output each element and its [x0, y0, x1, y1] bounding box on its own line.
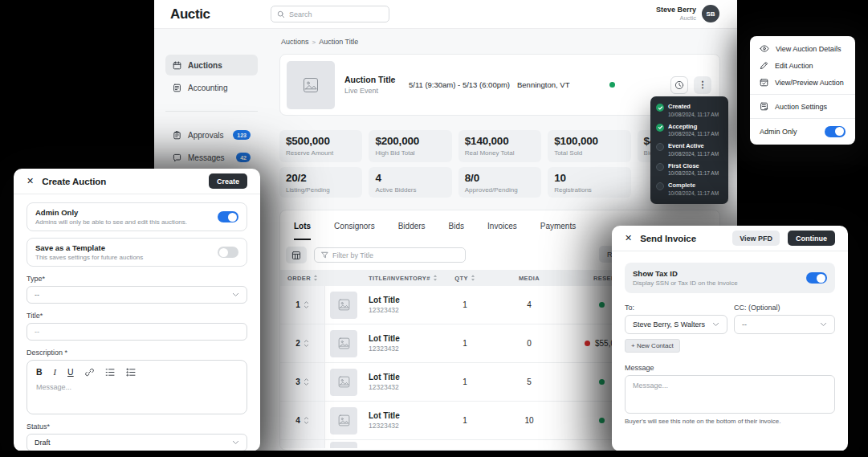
- title-field[interactable]: --: [26, 323, 247, 341]
- save-template-toggle[interactable]: [218, 247, 238, 258]
- sidebar-item-auctions[interactable]: Auctions: [165, 55, 258, 75]
- tab-bidders[interactable]: Bidders: [398, 222, 426, 240]
- image-icon: [338, 414, 350, 426]
- sidebar-item-accounting[interactable]: Accounting: [165, 77, 258, 98]
- chevron-down-icon: [712, 322, 719, 327]
- bold-icon[interactable]: B: [36, 367, 43, 377]
- title-label: Title*: [26, 312, 247, 320]
- underline-icon[interactable]: U: [67, 367, 74, 377]
- tab-lots[interactable]: Lots: [294, 222, 311, 240]
- col-order[interactable]: ORDER: [287, 275, 311, 282]
- tab-payments[interactable]: Payments: [540, 222, 576, 240]
- image-icon: [338, 299, 350, 311]
- ordered-list-icon[interactable]: [105, 368, 115, 377]
- avatar[interactable]: SB: [702, 5, 719, 22]
- menu-item-edit-auction[interactable]: Edit Auction: [750, 57, 855, 74]
- description-editor[interactable]: B I U Message...: [26, 360, 247, 414]
- approvals-badge: 123: [233, 130, 251, 140]
- app-logo: Auctic: [170, 6, 210, 22]
- pencil-icon: [760, 61, 768, 70]
- more-options-button[interactable]: ⋮: [694, 76, 711, 94]
- menu-item-auction-settings[interactable]: Auction Settings: [750, 98, 855, 115]
- type-select[interactable]: --: [26, 286, 247, 304]
- sort-icon[interactable]: [471, 275, 475, 281]
- bullet-list-icon[interactable]: [126, 368, 136, 377]
- col-title-inventory[interactable]: TITLE/INVENTORY#: [369, 275, 430, 282]
- message-field[interactable]: Message...: [625, 375, 835, 414]
- tab-consignors[interactable]: Consignors: [334, 222, 375, 240]
- lot-image-placeholder: [330, 330, 357, 357]
- message-label: Message: [625, 364, 835, 372]
- status-select[interactable]: Draft: [26, 434, 247, 451]
- col-media[interactable]: MEDIA: [519, 275, 540, 282]
- lot-title: Lot Title: [369, 373, 400, 382]
- view-pfd-button[interactable]: View PFD: [732, 231, 780, 246]
- italic-icon[interactable]: I: [54, 368, 57, 377]
- reserve-status-dot: [585, 341, 590, 346]
- menu-item-view-preview-auction[interactable]: View/Preview Auction: [750, 74, 855, 91]
- description-field[interactable]: Message...: [27, 381, 247, 414]
- admin-only-toggle[interactable]: [825, 126, 846, 137]
- show-tax-id-toggle[interactable]: [806, 272, 827, 284]
- image-icon: [303, 77, 319, 93]
- auction-dates: 5/11 (9:30am) - 5/13 (6:00pm): [409, 80, 510, 89]
- settings-doc-icon: [760, 102, 768, 111]
- menu-item-view-auction-details[interactable]: View Auction Details: [750, 40, 855, 57]
- to-select[interactable]: Steve Berry, S Walters: [625, 315, 727, 334]
- lot-inventory: 12323432: [369, 345, 400, 353]
- status-dot: [609, 82, 615, 88]
- tab-bids[interactable]: Bids: [449, 222, 464, 240]
- lot-qty: 1: [441, 300, 489, 309]
- lot-title: Lot Title: [369, 411, 400, 420]
- row-reorder-stepper[interactable]: [304, 377, 309, 386]
- row-reorder-stepper[interactable]: [304, 339, 309, 348]
- reserve-status-dot: [599, 418, 605, 423]
- cc-select[interactable]: --: [734, 315, 835, 334]
- chat-icon: [173, 153, 181, 162]
- user-name: Steve Berry: [656, 6, 696, 14]
- lot-qty: 1: [441, 416, 489, 425]
- row-reorder-stepper[interactable]: [304, 300, 309, 309]
- new-contact-button[interactable]: + New Contact: [625, 339, 680, 353]
- sidebar-item-messages[interactable]: Messages 42: [165, 147, 258, 168]
- row-reorder-stepper[interactable]: [304, 416, 309, 425]
- close-icon[interactable]: ✕: [26, 177, 34, 186]
- admin-only-option: Admin Only Admins will only be able to s…: [26, 202, 247, 231]
- timeline-item-event-active: Event Active10/08/2024, 11:17 AM: [656, 142, 723, 157]
- stat-approved-pending: 8/0Approved/Pending: [458, 167, 541, 198]
- sidebar-item-approvals[interactable]: Approvals 123: [165, 124, 258, 145]
- create-button[interactable]: Create: [209, 173, 247, 189]
- auction-image-placeholder: [287, 61, 335, 109]
- auction-context-menu: View Auction Details Edit Auction View/P…: [750, 36, 855, 145]
- filter-input[interactable]: Filter by Title: [314, 247, 466, 263]
- menu-divider: [750, 118, 855, 119]
- clock-icon: [674, 80, 684, 90]
- kebab-icon: ⋮: [699, 80, 707, 90]
- description-label: Description *: [26, 349, 247, 357]
- close-icon[interactable]: ✕: [625, 234, 632, 243]
- editor-toolbar: B I U: [27, 361, 247, 381]
- search-input[interactable]: Search: [271, 6, 389, 22]
- breadcrumb: Auctions>Auction Title: [281, 38, 720, 46]
- clipboard-icon: [173, 131, 181, 140]
- timeline-button[interactable]: [670, 76, 688, 94]
- col-qty[interactable]: QTY: [454, 275, 468, 282]
- message-helper-text: Buyer's will see this note on the bottom…: [625, 418, 835, 425]
- lot-media: 0: [489, 339, 569, 348]
- messages-badge: 42: [236, 153, 251, 162]
- calendar-icon: [173, 61, 181, 70]
- sort-icon[interactable]: [313, 275, 318, 281]
- top-bar: Auctic Search Steve Berry Auctic SB: [154, 0, 737, 29]
- continue-button[interactable]: Continue: [788, 231, 835, 246]
- sort-icon[interactable]: [433, 275, 438, 281]
- image-icon: [338, 376, 350, 388]
- link-icon[interactable]: [85, 368, 94, 377]
- tab-invoices[interactable]: Invoices: [487, 222, 517, 240]
- pending-circle-icon: [656, 163, 664, 171]
- table-settings-button[interactable]: [286, 247, 307, 263]
- chevron-down-icon: [232, 292, 239, 297]
- type-label: Type*: [26, 275, 247, 283]
- user-menu[interactable]: Steve Berry Auctic SB: [656, 5, 719, 22]
- admin-only-toggle[interactable]: [218, 211, 238, 222]
- breadcrumb-parent[interactable]: Auctions: [281, 38, 309, 46]
